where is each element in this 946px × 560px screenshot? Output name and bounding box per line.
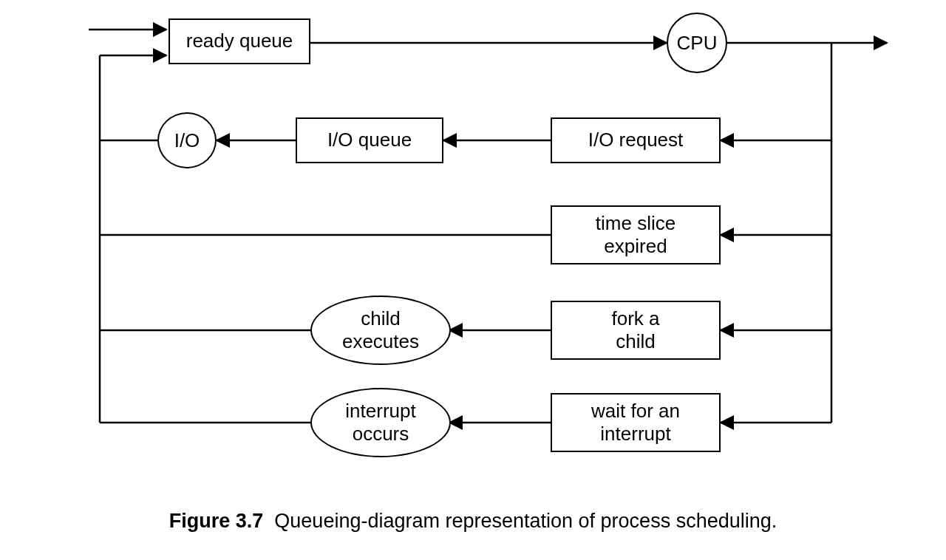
io-label: I/O — [174, 129, 200, 152]
wait-interrupt-box: wait for an interrupt — [551, 393, 721, 452]
io-queue-label: I/O queue — [327, 129, 412, 151]
interrupt-occurs-label: interrupt occurs — [345, 400, 415, 445]
time-slice-box: time slice expired — [551, 205, 721, 264]
wait-interrupt-label: wait for an interrupt — [591, 400, 680, 445]
io-circle: I/O — [157, 112, 217, 168]
cpu-circle: CPU — [667, 13, 727, 73]
connector-lines — [0, 0, 946, 560]
cpu-label: CPU — [677, 32, 718, 55]
fork-child-label: fork a child — [611, 307, 659, 353]
io-request-box: I/O request — [551, 117, 721, 163]
child-executes-label: child executes — [342, 307, 419, 353]
diagram-canvas: ready queue CPU I/O I/O queue I/O reques… — [0, 0, 946, 560]
ready-queue-box: ready queue — [169, 18, 310, 64]
io-queue-box: I/O queue — [296, 117, 443, 163]
figure-number: Figure 3.7 — [169, 510, 264, 532]
child-executes-ellipse: child executes — [310, 296, 451, 365]
time-slice-label: time slice expired — [596, 212, 676, 258]
fork-child-box: fork a child — [551, 301, 721, 360]
io-request-label: I/O request — [588, 129, 684, 151]
figure-caption-text: Queueing-diagram representation of proce… — [274, 510, 777, 532]
ready-queue-label: ready queue — [186, 30, 293, 52]
figure-caption: Figure 3.7 Queueing-diagram representati… — [0, 510, 946, 533]
interrupt-occurs-ellipse: interrupt occurs — [310, 388, 451, 457]
